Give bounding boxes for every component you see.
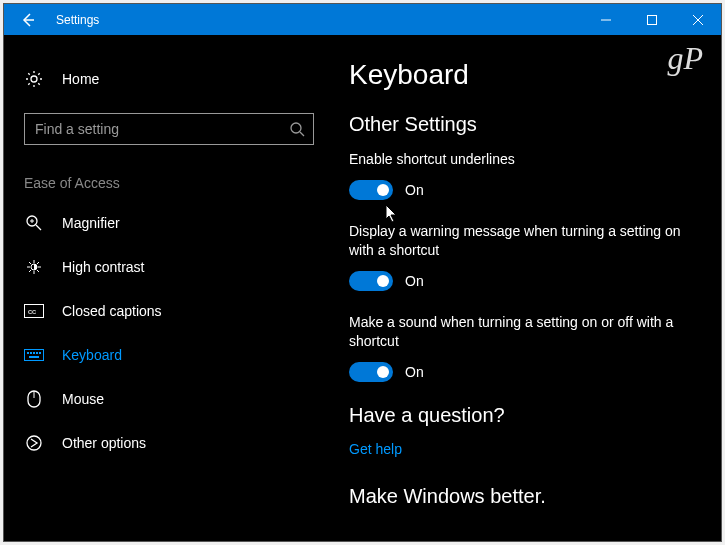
svg-line-12	[28, 83, 29, 84]
svg-rect-32	[27, 352, 29, 354]
svg-line-10	[28, 73, 29, 74]
setting-label: Display a warning message when turning a…	[349, 222, 701, 261]
titlebar: Settings	[4, 4, 721, 35]
keyboard-icon	[24, 349, 44, 361]
toggle-knob	[377, 275, 389, 287]
svg-line-26	[29, 270, 31, 272]
setting-label: Make a sound when turning a setting on o…	[349, 313, 701, 352]
sidebar: Home Ease of Access Magnifier High contr…	[4, 35, 339, 541]
svg-line-24	[29, 262, 31, 264]
maximize-button[interactable]	[629, 4, 675, 35]
options-icon	[25, 434, 43, 452]
svg-rect-36	[39, 352, 41, 354]
sidebar-item-label: Mouse	[62, 391, 104, 407]
search-icon	[289, 121, 305, 137]
toggle-warning-message[interactable]	[349, 271, 393, 291]
toggle-state: On	[405, 364, 424, 380]
gear-icon	[25, 70, 43, 88]
maximize-icon	[647, 15, 657, 25]
toggle-sound[interactable]	[349, 362, 393, 382]
home-link[interactable]: Home	[4, 59, 339, 99]
magnifier-icon	[25, 214, 43, 232]
sidebar-item-keyboard[interactable]: Keyboard	[4, 333, 339, 377]
sidebar-item-label: Magnifier	[62, 215, 120, 231]
svg-rect-37	[29, 356, 39, 358]
svg-line-25	[37, 270, 39, 272]
section-heading: Other Settings	[349, 113, 701, 136]
toggle-shortcut-underlines[interactable]	[349, 180, 393, 200]
window-title: Settings	[52, 13, 583, 27]
captions-icon: cc	[24, 304, 44, 318]
svg-line-13	[38, 73, 39, 74]
toggle-knob	[377, 366, 389, 378]
home-label: Home	[62, 71, 99, 87]
sidebar-item-mouse[interactable]: Mouse	[4, 377, 339, 421]
svg-point-40	[27, 436, 41, 450]
sidebar-item-high-contrast[interactable]: High contrast	[4, 245, 339, 289]
arrow-left-icon	[19, 11, 37, 29]
close-button[interactable]	[675, 4, 721, 35]
page-title: Keyboard	[349, 59, 701, 91]
main-content: Keyboard Other Settings Enable shortcut …	[339, 35, 721, 541]
sidebar-item-label: Keyboard	[62, 347, 122, 363]
svg-line-11	[38, 83, 39, 84]
back-button[interactable]	[4, 4, 52, 35]
svg-rect-34	[33, 352, 35, 354]
setting-label: Enable shortcut underlines	[349, 150, 701, 170]
svg-text:cc: cc	[28, 307, 36, 316]
watermark: gP	[667, 40, 703, 77]
sidebar-item-label: Other options	[62, 435, 146, 451]
sidebar-item-label: Closed captions	[62, 303, 162, 319]
minimize-button[interactable]	[583, 4, 629, 35]
mouse-icon	[27, 390, 41, 408]
toggle-knob	[377, 184, 389, 196]
toggle-state: On	[405, 273, 424, 289]
svg-rect-31	[25, 350, 44, 361]
close-icon	[693, 15, 703, 25]
feedback-heading: Make Windows better.	[349, 485, 701, 508]
search-box[interactable]	[24, 113, 314, 145]
svg-line-15	[300, 132, 304, 136]
svg-line-27	[37, 262, 39, 264]
minimize-icon	[601, 15, 611, 25]
sidebar-group-header: Ease of Access	[4, 165, 339, 201]
search-input[interactable]	[25, 121, 281, 137]
toggle-state: On	[405, 182, 424, 198]
svg-rect-33	[30, 352, 32, 354]
svg-line-17	[36, 225, 41, 230]
svg-point-5	[31, 76, 37, 82]
sidebar-item-other-options[interactable]: Other options	[4, 421, 339, 465]
svg-point-14	[291, 123, 301, 133]
sidebar-item-label: High contrast	[62, 259, 144, 275]
question-heading: Have a question?	[349, 404, 701, 427]
svg-rect-2	[648, 15, 657, 24]
get-help-link[interactable]: Get help	[349, 441, 701, 457]
sidebar-item-closed-captions[interactable]: cc Closed captions	[4, 289, 339, 333]
contrast-icon	[25, 258, 43, 276]
sidebar-item-magnifier[interactable]: Magnifier	[4, 201, 339, 245]
svg-rect-35	[36, 352, 38, 354]
